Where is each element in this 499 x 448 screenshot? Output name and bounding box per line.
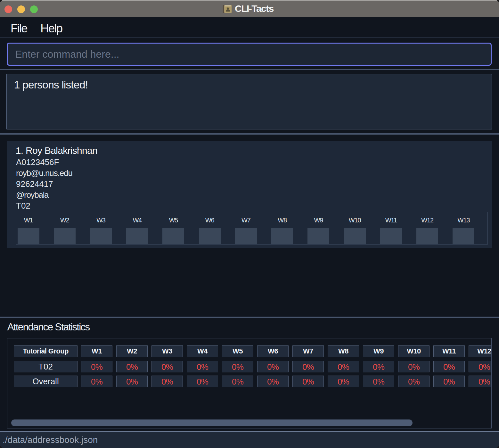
window-controls [4,5,43,13]
attendance-week-column: W13 [451,212,487,244]
stats-value-cell: 0% [469,376,492,387]
status-bar: ./data/addressbook.json [0,431,499,448]
stats-column-header-week: W6 [257,345,289,357]
attendance-week-label: W3 [90,212,112,228]
stats-value-cell: 0% [433,361,465,372]
horizontal-scrollbar-thumb[interactable] [11,419,413,426]
attendance-week-label: W1 [18,212,39,228]
attendance-week-column: W11 [379,212,415,244]
stats-value-cell: 0% [81,361,112,372]
attendance-week-column: W8 [270,212,306,244]
close-button[interactable] [4,5,12,13]
result-display: 1 persons listed! [6,74,492,129]
attendance-week-checkbox[interactable] [54,228,76,244]
stats-column-header-week: W5 [222,345,253,357]
person-tg: T02 [16,201,30,211]
stats-value-cell: 0% [151,376,183,387]
stats-header-row: Tutorial Group W1 W2 W3 W4 W5 W6 W7 W8 W… [14,345,492,357]
zoom-button[interactable] [30,5,38,13]
stats-value-cell: 0% [363,376,394,387]
attendance-week-label: W12 [416,212,438,228]
stats-value-cell: 0% [398,361,429,372]
attendance-week-checkbox[interactable] [18,228,39,244]
stats-value-cell: 0% [363,361,394,372]
command-box [7,43,492,66]
person-index: 1. [16,145,23,156]
window-title: CLI-Tacts [235,0,274,17]
stats-value-cell: 0% [398,376,429,387]
stats-value-cell: 0% [328,376,359,387]
person-card[interactable]: 1. Roy Balakrishnan A0123456F royb@u.nus… [7,141,492,248]
address-book-icon [223,5,232,13]
stats-value-cell: 0% [116,376,148,387]
attendance-week-checkbox[interactable] [235,228,257,244]
stats-column-header-week: W8 [328,345,359,357]
stats-column-header-week: W1 [81,345,112,357]
stats-value-cell: 0% [257,376,289,387]
stats-column-header-week: W12 [469,345,492,357]
attendance-week-checkbox[interactable] [344,228,366,244]
stats-value-cell: 0% [222,376,253,387]
stats-value-cell: 0% [187,376,218,387]
stats-table: Tutorial Group W1 W2 W3 W4 W5 W6 W7 W8 W… [7,338,492,428]
attendance-week-column: W1 [16,212,52,244]
attendance-week-checkbox[interactable] [90,228,112,244]
menu-bar: File Help [0,17,499,38]
attendance-week-column: W2 [52,212,88,244]
attendance-week-checkbox[interactable] [199,228,221,244]
person-phone: 92624417 [16,179,53,189]
attendance-week-column: W12 [415,212,451,244]
attendance-week-label: W6 [199,212,221,228]
stats-row-label-t02: T02 [14,361,78,372]
attendance-week-checkbox[interactable] [416,228,438,244]
attendance-week-label: W5 [162,212,184,228]
attendance-week-column: W6 [197,212,233,244]
person-sid: A0123456F [16,157,59,167]
stats-value-cell: 0% [222,361,253,372]
attendance-week-checkbox[interactable] [307,228,329,244]
stats-value-cell: 0% [292,361,324,372]
stats-row: T02 0% 0% 0% 0% 0% 0% 0% 0% 0% 0% 0% 0% … [14,361,492,372]
menu-help[interactable]: Help [40,18,62,38]
attendance-week-checkbox[interactable] [126,228,148,244]
menu-file[interactable]: File [11,18,27,38]
attendance-week-column: W10 [342,212,379,244]
stats-column-header-tutorial-group: Tutorial Group [14,345,78,357]
split-divider[interactable] [0,69,499,70]
stats-value-cell: 0% [469,361,492,372]
attendance-week-strip: W1 W2 W3 W4 W5 W6 [16,212,488,245]
attendance-week-checkbox[interactable] [271,228,293,244]
title-bar: CLI-Tacts [0,0,499,17]
status-file-path: ./data/addressbook.json [3,435,98,445]
app-window: CLI-Tacts File Help 1 persons listed! 1.… [0,0,499,448]
split-divider[interactable] [0,317,499,318]
split-divider[interactable] [0,133,499,135]
attendance-week-label: W7 [235,212,257,228]
person-email: royb@u.nus.edu [16,168,72,178]
attendance-week-checkbox[interactable] [453,228,474,244]
person-tele: @roybala [16,190,48,200]
stats-value-cell: 0% [187,361,218,372]
stats-row-label-overall: Overall [14,376,78,387]
stats-column-header-week: W11 [433,345,465,357]
attendance-week-column: W7 [233,212,270,244]
stats-value-cell: 0% [257,361,289,372]
stats-column-header-week: W7 [292,345,324,357]
command-input[interactable] [8,44,491,65]
stats-heading: Attendance Statistics [7,321,90,333]
attendance-week-label: W4 [126,212,148,228]
attendance-week-label: W8 [271,212,293,228]
stats-value-cell: 0% [116,361,148,372]
stats-column-header-week: W9 [363,345,394,357]
stats-value-cell: 0% [328,361,359,372]
person-name: Roy Balakrishnan [26,145,97,156]
attendance-week-checkbox[interactable] [380,228,402,244]
attendance-week-label: W11 [380,212,402,228]
minimize-button[interactable] [17,5,25,13]
attendance-week-column: W5 [161,212,197,244]
stats-column-header-week: W4 [187,345,218,357]
attendance-week-checkbox[interactable] [162,228,184,244]
attendance-week-label: W2 [54,212,76,228]
attendance-week-label: W10 [344,212,366,228]
stats-value-cell: 0% [81,376,112,387]
